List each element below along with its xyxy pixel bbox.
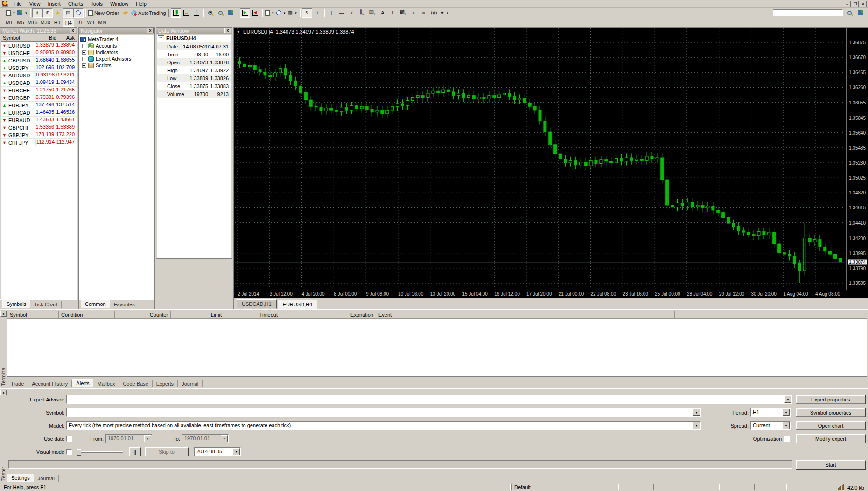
start-button[interactable]: Start [796, 460, 866, 470]
templates-button[interactable]: ▦▼ [287, 8, 298, 18]
tester-toggle-button[interactable] [73, 8, 84, 18]
column-header-symbol[interactable]: Symbol [7, 311, 59, 318]
tree-item-experts[interactable]: Expert Advisors [80, 55, 153, 62]
tree-item-scripts[interactable]: Scripts [80, 62, 153, 69]
optimization-checkbox[interactable] [784, 436, 790, 442]
terminal-toggle-button[interactable]: ▤ [63, 8, 73, 18]
fibonacci-button[interactable]: ▤F [367, 8, 378, 18]
skip-date-combobox[interactable]: 2014.08.05▼ [194, 447, 241, 456]
menu-charts[interactable]: Charts [64, 0, 87, 7]
expand-plus-icon[interactable] [82, 63, 86, 68]
zoom-in-button[interactable]: + [205, 8, 216, 18]
rectangle-shape-button[interactable]: ■ [419, 8, 429, 18]
vertical-line-button[interactable]: | [326, 8, 336, 18]
visual-mode-checkbox[interactable] [66, 449, 72, 455]
close-icon[interactable]: x [224, 28, 231, 33]
skip-to-button[interactable]: Skip to [145, 447, 189, 456]
toolbar-grip[interactable] [2, 9, 4, 17]
market-watch-row[interactable]: ▼EURAUD1.436331.43661 [1, 117, 77, 124]
market-watch-row[interactable]: ▲USDJPY102.696102.709 [1, 64, 77, 72]
timeframe-m1-button[interactable]: M1 [4, 19, 15, 27]
tree-item-indicators[interactable]: fIndicators [80, 49, 153, 55]
expand-plus-icon[interactable] [82, 50, 86, 55]
terminal-tab-account-history[interactable]: Account History [28, 380, 72, 387]
timeframe-m15-button[interactable]: M15 [26, 19, 39, 27]
status-profile[interactable]: Default [511, 484, 619, 490]
new-chart-button[interactable]: ▼ [5, 8, 16, 18]
candlestick-mode-button[interactable]: ▭ [181, 8, 191, 18]
chevron-down-icon[interactable]: ▼ [233, 448, 240, 455]
chevron-down-icon[interactable]: ▼ [784, 396, 791, 403]
help-grid-button[interactable] [856, 8, 866, 18]
chart-tab-usdcad-h1[interactable]: USDCAD,H1 [237, 299, 277, 309]
crosshair-button[interactable]: + [312, 8, 322, 18]
close-icon[interactable]: x [0, 311, 7, 317]
indicators-button[interactable]: ▼ [264, 8, 275, 18]
expert-advisors-button[interactable] [120, 8, 130, 18]
equidistant-channel-button[interactable]: ∥E [357, 8, 367, 18]
timeframe-w1-button[interactable]: W1 [85, 19, 97, 27]
chevron-down-icon[interactable]: ▼ [693, 422, 700, 429]
navigator-toggle-button[interactable]: ★ [53, 8, 63, 18]
timeframe-m30-button[interactable]: M30 [39, 19, 51, 27]
menu-help[interactable]: Help [132, 0, 150, 7]
column-header-event[interactable]: Event [376, 311, 675, 318]
line-chart-mode-button[interactable]: ⌠ [191, 8, 202, 18]
visual-mode-speed-slider[interactable] [77, 451, 123, 453]
menu-insert[interactable]: Insert [44, 0, 64, 7]
open-chart-button[interactable]: Open chart [796, 421, 866, 430]
market-watch-row[interactable]: ▲EURJPY137.496137.514 [1, 102, 77, 109]
terminal-tab-alerts[interactable]: Alerts [72, 379, 93, 387]
terminal-tab-code-base[interactable]: Code Base [119, 380, 152, 387]
tester-tab-settings[interactable]: Settings [7, 474, 34, 482]
menu-view[interactable]: View [26, 0, 44, 7]
terminal-tab-experts[interactable]: Experts [153, 380, 178, 387]
parallel-lines-button[interactable]: ℎℎ [429, 8, 439, 18]
search-input[interactable] [773, 9, 843, 16]
column-header-symbol[interactable]: Symbol [1, 35, 37, 41]
chart-shift-button[interactable]: ◀ [250, 8, 260, 18]
menu-file[interactable]: File [10, 0, 26, 7]
terminal-tab-trade[interactable]: Trade [7, 380, 28, 387]
column-header-timeout[interactable]: Timeout [224, 311, 280, 318]
market-watch-row[interactable]: ▼GBPJPY173.189173.220 [1, 131, 77, 139]
chevron-down-icon[interactable]: ▼ [221, 435, 228, 442]
data-window-toggle-button[interactable]: ⊕ [42, 8, 53, 18]
market-watch-row[interactable]: ▼GBPCHF1.533561.53389 [1, 124, 77, 131]
column-header-expiration[interactable]: Expiration [280, 311, 376, 318]
arrows-button[interactable]: ✦▼ [439, 8, 450, 18]
symbol-properties-button[interactable]: Symbol properties [796, 408, 866, 417]
restore-window-icon[interactable]: ❐ [852, 1, 859, 7]
timeframe-h1-button[interactable]: H1 [52, 19, 63, 27]
modify-expert-button[interactable]: Modify expert [796, 434, 866, 443]
column-header-counter[interactable]: Counter [115, 311, 171, 318]
periods-button[interactable]: ▼ [275, 8, 287, 18]
alerts-list[interactable] [7, 319, 867, 377]
text-label-button[interactable]: T [388, 8, 398, 18]
tab-symbols[interactable]: Symbols [2, 300, 30, 308]
period-combobox[interactable]: H1▼ [750, 408, 791, 417]
tile-windows-button[interactable] [226, 8, 236, 18]
profiles-button[interactable]: ▼ [16, 8, 28, 18]
text-button[interactable]: A [378, 8, 388, 18]
timeframe-h4-button[interactable]: H4 [63, 19, 74, 27]
use-date-checkbox[interactable] [66, 436, 72, 442]
market-watch-row[interactable]: ▼EURGBP0.793810.79396 [1, 94, 77, 102]
column-header-condition[interactable]: Condition [59, 311, 115, 318]
trendline-button[interactable]: / [347, 8, 357, 18]
pause-button[interactable]: || [129, 447, 141, 456]
market-watch-row[interactable]: ▲GBPUSD1.686401.68655 [1, 57, 77, 64]
column-header-bid[interactable]: Bid [37, 35, 58, 41]
cursor-button[interactable]: ↖ [302, 8, 312, 18]
market-watch-row[interactable]: ▼EURUSD1.338791.33894 [1, 42, 77, 49]
search-button[interactable] [844, 8, 854, 18]
zoom-out-button[interactable]: – [216, 8, 226, 18]
one-click-trading-icon[interactable]: ▼ [237, 30, 240, 34]
column-header-limit[interactable]: Limit [171, 311, 224, 318]
close-window-icon[interactable]: ✕ [860, 1, 867, 7]
menu-tools[interactable]: Tools [87, 0, 106, 7]
tester-tab-journal[interactable]: Journal [34, 475, 59, 482]
auto-scroll-button[interactable]: ▶ [240, 8, 250, 18]
chevron-down-icon[interactable]: ▼ [783, 422, 790, 429]
expert-advisor-combobox[interactable]: ▼ [66, 395, 792, 404]
